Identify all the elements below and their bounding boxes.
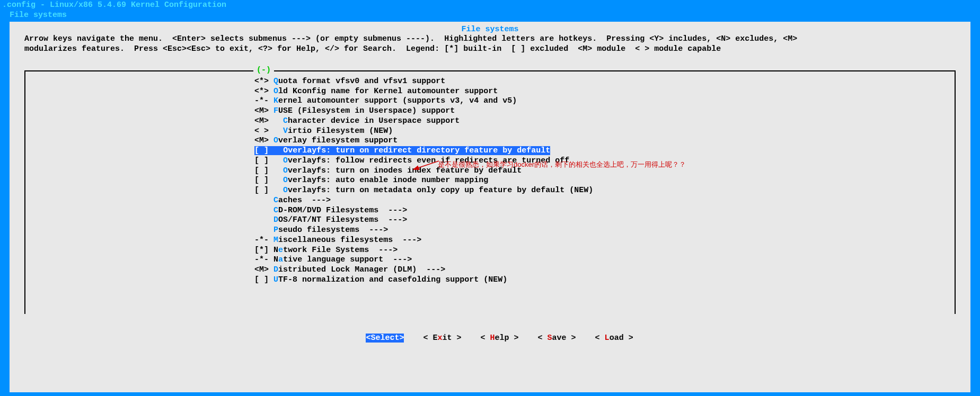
hotkey: F	[273, 106, 278, 115]
hotkey: O	[283, 186, 288, 195]
menu-item-label: Overlayfs: turn on redirect directory fe…	[283, 146, 550, 155]
menu-item[interactable]: <*> Quota format vfsv0 and vfsv1 support	[25, 77, 955, 87]
menu-list[interactable]: <*> Quota format vfsv0 and vfsv1 support…	[25, 71, 955, 291]
menu-item-state: -*-	[254, 236, 273, 245]
menu-item-state	[254, 226, 273, 235]
select-button[interactable]: <Select>	[366, 334, 404, 343]
menu-item-state: <M>	[254, 136, 273, 145]
hotkey: a	[278, 255, 283, 264]
hotkey: U	[273, 275, 278, 284]
scroll-up-indicator: (-)	[253, 66, 274, 76]
menu-item-label: istributed Lock Manager (DLM) --->	[278, 265, 445, 274]
menu-item-state: [ ]	[254, 186, 283, 195]
menu-item[interactable]: <*> Old Kconfig name for Kernel automoun…	[25, 87, 955, 97]
menu-item[interactable]: [ ] Overlayfs: turn on metadata only cop…	[25, 186, 955, 196]
menu-item-label: USE (Filesystem in Userspace) support	[278, 106, 455, 115]
menu-item-label: verlayfs: turn on metadata only copy up …	[288, 186, 593, 195]
annotation-text: 是不是很熟悉，如果学习docker的话，剩下的相关也全选上吧，万一用得上呢？？	[438, 160, 686, 169]
menu-item[interactable]: DOS/FAT/NT Filesystems --->	[25, 215, 955, 226]
menu-item-state	[254, 206, 273, 215]
menu-item[interactable]: Caches --->	[25, 196, 955, 206]
help-button[interactable]: < Help >	[480, 334, 518, 343]
menu-item-label: iscellaneous filesystems --->	[278, 236, 421, 245]
menu-item-state: <M>	[254, 116, 283, 125]
menu-item-label: tive language support --->	[283, 255, 412, 264]
menu-item-label: OS/FAT/NT Filesystems --->	[278, 215, 407, 224]
menu-item-label: D-ROM/DVD Filesystems --->	[278, 206, 407, 215]
menu-item[interactable]: [*] Network File Systems --->	[25, 246, 955, 256]
menu-item-label: verlay filesystem support	[278, 136, 398, 145]
hotkey: C	[273, 196, 278, 205]
menu-item-label: haracter device in Userspace support	[288, 116, 460, 125]
hotkey: C	[273, 206, 278, 215]
page-title: File systems	[10, 25, 970, 35]
menu-item[interactable]: <M> FUSE (Filesystem in Userspace) suppo…	[25, 106, 955, 116]
exit-button[interactable]: < Exit >	[423, 334, 461, 343]
hotkey: O	[283, 156, 288, 165]
menu-item[interactable]: <M> Distributed Lock Manager (DLM) --->	[25, 265, 955, 275]
hotkey: O	[273, 136, 278, 145]
menu-item-label: ernel automounter support (supports v3, …	[278, 96, 517, 105]
menu-item-label: TF-8 normalization and casefolding suppo…	[278, 275, 507, 284]
menu-item-label: twork File Systems --->	[283, 246, 398, 255]
menu-item[interactable]: -*- Miscellaneous filesystems --->	[25, 236, 955, 246]
hotkey: P	[273, 226, 278, 235]
menu-item-state: <M>	[254, 106, 273, 115]
load-button[interactable]: < Load >	[595, 334, 633, 343]
menu-item[interactable]: [ ] UTF-8 normalization and casefolding …	[25, 275, 955, 285]
menu-item-label: uota format vfsv0 and vfsv1 support	[278, 77, 445, 86]
hotkey: C	[283, 116, 288, 125]
menu-item[interactable]: -*- Kernel automounter support (supports…	[25, 96, 955, 106]
hotkey: Q	[273, 77, 278, 86]
menu-item-label: verlayfs: auto enable inode number mappi…	[288, 176, 488, 185]
hotkey: D	[273, 215, 278, 224]
save-button[interactable]: < Save >	[538, 334, 576, 343]
hotkey: K	[273, 96, 278, 105]
hotkey: O	[283, 166, 288, 175]
help-text-line2: modularizes features. Press <Esc><Esc> t…	[10, 44, 970, 55]
menu-item-state: < >	[254, 127, 283, 136]
hotkey: D	[273, 265, 278, 274]
hotkey: O	[283, 176, 288, 185]
menu-item[interactable]: CD-ROM/DVD Filesystems --->	[25, 206, 955, 216]
menu-item-state: [ ]	[254, 156, 283, 165]
menu-item-label: seudo filesystems --->	[278, 226, 388, 235]
menu-item-state: <*>	[254, 77, 273, 86]
menu-item-state: [ ]	[254, 176, 283, 185]
button-bar: <Select> < Exit > < Help > < Save > < Lo…	[10, 323, 970, 353]
menu-item-state: <*>	[254, 87, 273, 96]
title-bar: .config - Linux/x86 5.4.69 Kernel Config…	[0, 0, 980, 11]
hotkey: e	[278, 246, 283, 255]
menu-item[interactable]: Pseudo filesystems --->	[25, 226, 955, 236]
menu-frame: (-) <*> Quota format vfsv0 and vfsv1 sup…	[24, 70, 956, 314]
menu-item-label: irtio Filesystem (NEW)	[288, 127, 393, 136]
menu-item-state: [ ]	[254, 275, 273, 284]
menu-item-label: ld Kconfig name for Kernel automounter s…	[278, 87, 498, 96]
menu-item[interactable]: <M> Character device in Userspace suppor…	[25, 116, 955, 127]
breadcrumb: File systems	[0, 11, 980, 22]
menu-item-label: aches --->	[278, 196, 331, 205]
menu-item-state	[254, 196, 273, 205]
menu-item[interactable]: -*- Native language support --->	[25, 255, 955, 265]
help-text-line1: Arrow keys navigate the menu. <Enter> se…	[10, 34, 970, 44]
hotkey: M	[273, 236, 278, 245]
menu-item-state: <M>	[254, 265, 273, 274]
menu-item-state: -*-	[254, 96, 273, 105]
menu-item[interactable]: < > Virtio Filesystem (NEW)	[25, 127, 955, 137]
hotkey: V	[283, 127, 288, 136]
menu-item[interactable]: [ ] Overlayfs: turn on redirect director…	[25, 146, 955, 156]
main-window: File systems Arrow keys navigate the men…	[10, 22, 970, 392]
menu-item[interactable]: [ ] Overlayfs: auto enable inode number …	[25, 176, 955, 186]
hotkey: O	[273, 87, 278, 96]
selection-checkbox[interactable]: [ ]	[254, 146, 283, 155]
menu-item-state: [ ]	[254, 166, 283, 175]
menu-item-state: -*-	[254, 255, 273, 264]
menu-item[interactable]: <M> Overlay filesystem support	[25, 136, 955, 146]
menu-item-state	[254, 215, 273, 224]
menu-item-state: [*]	[254, 246, 273, 255]
